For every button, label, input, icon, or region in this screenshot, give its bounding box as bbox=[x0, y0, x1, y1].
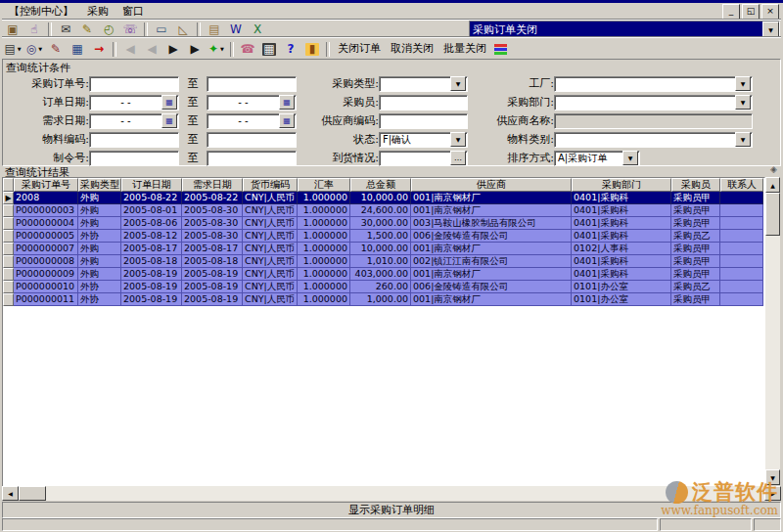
edit-icon[interactable]: ✎ bbox=[46, 40, 66, 59]
cell: 2005-08-19 bbox=[182, 268, 243, 281]
column-header[interactable]: 采购类型 bbox=[78, 178, 121, 192]
cell: 1.000000 bbox=[298, 255, 350, 268]
calendar-icon[interactable]: ▦ bbox=[161, 95, 177, 110]
cell: 2005-08-19 bbox=[121, 268, 182, 281]
order-date-to-input-value: - - bbox=[207, 97, 279, 108]
chevron-down-icon[interactable]: ▼ bbox=[450, 132, 466, 147]
purchase-type-from-input[interactable]: ▼ bbox=[379, 76, 468, 92]
contact-phone-icon[interactable]: ☎ bbox=[238, 40, 257, 59]
help-icon[interactable]: ? bbox=[281, 40, 300, 59]
print-icon[interactable]: ▤▼ bbox=[3, 40, 23, 59]
report-card-icon[interactable]: ▤ bbox=[205, 22, 224, 38]
nav-prev-icon[interactable]: ◀ bbox=[142, 40, 161, 59]
hand-icon[interactable]: ☝ bbox=[24, 22, 44, 38]
column-header[interactable]: 采购订单号 bbox=[14, 178, 78, 192]
table-row[interactable]: ▶2008外购2005-08-222005-08-22CNY|人民币1.0000… bbox=[3, 192, 763, 204]
print-preview-icon[interactable]: ◎▼ bbox=[24, 40, 44, 59]
batch-close-button[interactable]: 批量关闭 bbox=[438, 40, 491, 58]
factory-from-input[interactable]: ▼ bbox=[554, 76, 753, 92]
scroll-thumb[interactable] bbox=[765, 193, 780, 236]
table-row[interactable]: P000000011外协2005-08-192005-08-19CNY|人民币1… bbox=[3, 293, 763, 306]
supplier-code-from-input[interactable] bbox=[379, 113, 468, 129]
ruler-icon[interactable]: ◺ bbox=[173, 22, 193, 38]
calendar-icon[interactable]: ▦ bbox=[161, 113, 177, 128]
exit-door-icon[interactable]: ▮ bbox=[302, 40, 322, 59]
menu-purchase[interactable]: 采购 bbox=[80, 3, 115, 20]
excel-doc-icon[interactable]: X bbox=[248, 22, 267, 38]
phone-icon[interactable]: ☏ bbox=[120, 22, 140, 38]
restore-button[interactable]: ◱ bbox=[742, 4, 760, 20]
column-header[interactable]: 需求日期 bbox=[182, 178, 243, 192]
cell: 外购 bbox=[78, 204, 121, 217]
mail-icon[interactable]: ✉ bbox=[56, 22, 75, 38]
po-number-to-input[interactable] bbox=[207, 76, 297, 92]
minimize-button[interactable]: _ bbox=[722, 4, 740, 20]
po-number-from-input[interactable] bbox=[89, 76, 179, 92]
status-from-input[interactable]: F|确认▼ bbox=[379, 132, 468, 148]
scroll-left-icon[interactable]: ◀ bbox=[2, 486, 19, 501]
column-header[interactable]: 货币编码 bbox=[243, 178, 298, 192]
close-button[interactable]: × bbox=[761, 4, 779, 20]
table-row[interactable]: P000000003外购2005-08-012005-08-30CNY|人民币1… bbox=[3, 204, 763, 217]
run-icon[interactable]: ✦▼ bbox=[207, 40, 226, 59]
column-header[interactable]: 联系人 bbox=[720, 178, 763, 192]
close-order-button[interactable]: 关闭订单 bbox=[333, 40, 386, 58]
menu-window[interactable]: 窗口 bbox=[115, 3, 151, 20]
nav-last-icon[interactable]: ▶ bbox=[185, 40, 205, 59]
chevron-down-icon[interactable]: ▼ bbox=[735, 76, 751, 91]
column-header[interactable]: 总金额 bbox=[350, 178, 411, 192]
demand-date-to-input[interactable]: - -▦ bbox=[207, 113, 297, 129]
report-combobox[interactable]: 采购订单关闭 ▼ bbox=[469, 21, 780, 38]
table-row[interactable]: P000000005外协2005-08-122005-08-30CNY|人民币1… bbox=[3, 230, 763, 243]
table-row[interactable]: P000000004外购2005-08-062005-08-30CNY|人民币1… bbox=[3, 217, 763, 230]
cell: 1,000.00 bbox=[350, 293, 411, 306]
buyer-from-input[interactable] bbox=[379, 95, 468, 111]
table-row[interactable]: P000000010外协2005-08-192005-08-19CNY|人民币1… bbox=[3, 281, 763, 293]
calculator-icon[interactable]: ▦ bbox=[259, 40, 279, 59]
purchase-dept-from-input[interactable]: ▼ bbox=[554, 95, 753, 111]
computer-icon[interactable]: ▭ bbox=[152, 22, 171, 38]
nav-next-icon[interactable]: ▶ bbox=[163, 40, 183, 59]
cell: 1,010.00 bbox=[350, 255, 411, 268]
nav-first-icon[interactable]: ◀ bbox=[120, 40, 140, 59]
material-code-from-input[interactable] bbox=[89, 132, 179, 148]
table-row[interactable]: P000000008外购2005-08-182005-08-18CNY|人民币1… bbox=[3, 255, 763, 268]
table-row[interactable]: P000000007外购2005-08-172005-08-17CNY|人民币1… bbox=[3, 243, 763, 255]
nav-prev-icon: ◀ bbox=[147, 43, 156, 55]
cancel-close-button[interactable]: 取消关闭 bbox=[386, 40, 438, 58]
chevron-down-icon[interactable]: ▼ bbox=[450, 76, 466, 91]
chevron-down-icon[interactable]: ▼ bbox=[762, 22, 779, 37]
material-code-to-input[interactable] bbox=[207, 132, 297, 148]
column-header[interactable]: 供应商 bbox=[411, 178, 572, 192]
row-indicator bbox=[3, 268, 14, 281]
grid-view-icon[interactable]: ▦ bbox=[68, 40, 87, 59]
order-date-label: 订单日期: bbox=[5, 95, 89, 110]
demand-date-from-input[interactable]: - -▦ bbox=[89, 113, 179, 129]
scroll-thumb-h[interactable] bbox=[19, 486, 46, 501]
cell: CNY|人民币 bbox=[243, 255, 298, 268]
column-header[interactable]: 采购部门 bbox=[572, 178, 671, 192]
menu-control-center[interactable]: 【控制中心】 bbox=[2, 3, 80, 20]
table-row[interactable]: P000000009外购2005-08-192005-08-19CNY|人民币1… bbox=[3, 268, 763, 281]
clock-globe-icon[interactable]: ◴ bbox=[99, 22, 118, 38]
cell: 1.000000 bbox=[298, 192, 350, 204]
column-header[interactable]: 汇率 bbox=[298, 178, 350, 192]
column-header[interactable]: 订单日期 bbox=[121, 178, 182, 192]
order-date-from-input[interactable]: - -▦ bbox=[89, 95, 179, 111]
ellipsis-button[interactable]: … bbox=[450, 151, 466, 165]
toolbar-separator bbox=[113, 42, 116, 57]
export-icon[interactable]: → bbox=[89, 40, 109, 59]
document-edit-icon[interactable]: ✎ bbox=[77, 22, 97, 38]
grid-menu-icon[interactable]: ◈ bbox=[770, 164, 777, 174]
column-header[interactable]: 采购员 bbox=[671, 178, 720, 192]
scroll-up-icon[interactable]: ▲ bbox=[765, 177, 780, 193]
word-doc-icon[interactable]: W bbox=[226, 22, 246, 38]
chevron-down-icon[interactable]: ▼ bbox=[735, 95, 751, 110]
cell: CNY|人民币 bbox=[243, 204, 298, 217]
workspace-icon[interactable]: ▣ bbox=[3, 22, 23, 38]
vertical-scrollbar[interactable]: ▲ ▼ bbox=[765, 177, 780, 485]
material-category-from-input[interactable]: ▼ bbox=[554, 132, 753, 148]
order-date-to-input[interactable]: - -▦ bbox=[207, 95, 297, 111]
chevron-down-icon[interactable]: ▼ bbox=[622, 151, 638, 165]
chevron-down-icon[interactable]: ▼ bbox=[735, 132, 751, 147]
